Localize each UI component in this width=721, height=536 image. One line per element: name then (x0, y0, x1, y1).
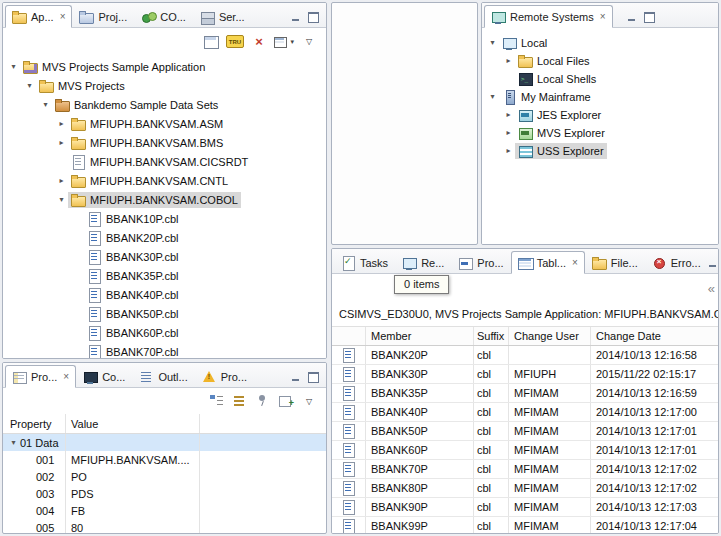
chevron-collapsed-icon[interactable]: ▸ (502, 111, 515, 119)
tab-ap[interactable]: Ap...× (5, 5, 72, 28)
chevron-expanded-icon[interactable]: ▾ (486, 93, 499, 101)
tree-item-jes-explorer[interactable]: ▸JES Explorer (482, 106, 718, 124)
cbl-file-icon (341, 443, 356, 457)
delete-icon[interactable]: × (251, 34, 267, 50)
property-row-003[interactable]: 003PDS (3, 485, 326, 502)
chevron-expanded-icon[interactable]: ▾ (39, 101, 52, 109)
table-row-bbank20p[interactable]: BBANK20Pcbl2014/10/13 12:16:58 (332, 346, 718, 365)
change-user-column-header[interactable]: Change User (509, 327, 591, 345)
chevron-expanded-icon[interactable]: ▾ (23, 82, 36, 90)
chevron-collapsed-icon[interactable]: ▸ (55, 139, 68, 147)
chevron-collapsed-icon[interactable]: ▸ (502, 57, 515, 65)
table-row-bbank35p[interactable]: BBANK35PcblMFIMAM2014/10/13 12:16:59 (332, 384, 718, 403)
toolbar-overflow-icon[interactable]: « (708, 281, 715, 296)
table-row-bbank80p[interactable]: BBANK80PcblMFIMAM2014/10/13 12:17:02 (332, 479, 718, 498)
table-row-bbank99p[interactable]: BBANK99PcblMFIMAM2014/10/13 12:17:04 (332, 517, 718, 534)
tab-proj[interactable]: Proj... (72, 6, 134, 27)
close-icon[interactable]: × (572, 258, 578, 268)
tab-co[interactable]: CO... (134, 6, 193, 27)
tree-item-bbank40p-cbl[interactable]: BBANK40P.cbl (3, 285, 326, 304)
tab-co[interactable]: Co... (76, 366, 132, 387)
tab-ser[interactable]: Ser... (193, 6, 252, 27)
chevron-collapsed-icon[interactable]: ▸ (502, 147, 515, 155)
maximize-icon[interactable] (308, 12, 319, 22)
tree-item-uss-explorer[interactable]: ▸USS Explorer (482, 142, 718, 160)
property-row-005[interactable]: 00580 (3, 519, 326, 534)
close-icon[interactable]: × (63, 372, 69, 382)
tab-tabl[interactable]: Tabl...× (511, 251, 585, 274)
new-property-icon[interactable] (278, 393, 294, 409)
table-row-bbank70p[interactable]: BBANK70PcblMFIMAM2014/10/13 12:17:02 (332, 460, 718, 479)
maximize-icon[interactable] (644, 12, 655, 22)
property-column-header[interactable]: Property (3, 414, 65, 433)
tree-item-bbank35p-cbl[interactable]: BBANK35P.cbl (3, 266, 326, 285)
property-row-01-data[interactable]: ▾01 Data (3, 434, 326, 451)
tree-item-mfiuph-bankvsam-asm[interactable]: ▸MFIUPH.BANKVSAM.ASM (3, 114, 326, 133)
minimize-icon[interactable] (291, 372, 302, 382)
minimize-icon[interactable] (291, 12, 302, 22)
maximize-icon[interactable] (308, 372, 319, 382)
tab-pro[interactable]: Pro... (195, 366, 254, 387)
table-row-bbank30p[interactable]: BBANK30PcblMFIUPH2015/11/22 02:15:17 (332, 365, 718, 384)
minimize-icon[interactable] (708, 258, 719, 268)
tree-item-mfiuph-bankvsam-bms[interactable]: ▸MFIUPH.BANKVSAM.BMS (3, 133, 326, 152)
tab-erro[interactable]: Erro... (645, 252, 708, 273)
table-row-bbank40p[interactable]: BBANK40PcblMFIMAM2014/10/13 12:17:00 (332, 403, 718, 422)
chevron-collapsed-icon[interactable]: ▸ (55, 177, 68, 185)
tree-item-my-mainframe[interactable]: ▾My Mainframe (482, 88, 718, 106)
tree-item-local-files[interactable]: ▸Local Files (482, 52, 718, 70)
value-column-header[interactable]: Value (65, 414, 199, 433)
tree-item-bbank30p-cbl[interactable]: BBANK30P.cbl (3, 247, 326, 266)
tree-item-mfiuph-bankvsam-cobol[interactable]: ▾MFIUPH.BANKVSAM.COBOL (3, 190, 326, 209)
tab-outl[interactable]: Outl... (132, 366, 194, 387)
tab-remote-systems[interactable]: Remote Systems× (484, 5, 613, 28)
close-icon[interactable]: × (60, 12, 66, 22)
eclipse-workbench: Ap...×Proj...CO...Ser... TRU×▾▽ ▾MVS Pro… (0, 0, 721, 536)
tree-item-local-shells[interactable]: Local Shells (482, 70, 718, 88)
property-row-004[interactable]: 004FB (3, 502, 326, 519)
icon-column-header[interactable] (332, 327, 366, 345)
view-menu-icon[interactable]: ▽ (301, 34, 317, 50)
tab-tasks[interactable]: Tasks (334, 252, 395, 273)
show-categories-icon[interactable] (209, 393, 225, 409)
new-view-icon[interactable] (203, 34, 219, 50)
tree-item-mvs-projects-sample-application[interactable]: ▾MVS Projects Sample Application (3, 57, 326, 76)
chevron-expanded-icon[interactable]: ▾ (7, 63, 20, 71)
tree-item-bbank70p-cbl[interactable]: BBANK70P.cbl (3, 342, 326, 358)
table-row-bbank90p[interactable]: BBANK90PcblMFIMAM2014/10/13 12:17:03 (332, 498, 718, 517)
tru-badge-icon[interactable]: TRU (226, 35, 244, 48)
tree-item-bbank10p-cbl[interactable]: BBANK10P.cbl (3, 209, 326, 228)
chevron-expanded-icon[interactable]: ▾ (55, 196, 68, 204)
pin-view-icon[interactable] (255, 393, 271, 409)
tab-re[interactable]: Re... (395, 252, 451, 273)
show-advanced-icon[interactable] (232, 393, 248, 409)
property-row-002[interactable]: 002PO (3, 468, 326, 485)
tree-item-bbank60p-cbl[interactable]: BBANK60P.cbl (3, 323, 326, 342)
tree-item-mfiuph-bankvsam-cntl[interactable]: ▸MFIUPH.BANKVSAM.CNTL (3, 171, 326, 190)
suffix-column-header[interactable]: Suffix (474, 327, 509, 345)
table-view-icon[interactable]: ▾ (274, 34, 294, 50)
member-column-header[interactable]: Member (366, 327, 474, 345)
tab-file[interactable]: File... (585, 252, 645, 273)
tab-pro[interactable]: Pro... (451, 252, 510, 273)
tree-item-bbank50p-cbl[interactable]: BBANK50P.cbl (3, 304, 326, 323)
view-menu-icon[interactable]: ▽ (301, 393, 317, 409)
tree-item-mfiuph-bankvsam-cicsrdt[interactable]: MFIUPH.BANKVSAM.CICSRDT (3, 152, 326, 171)
dataset-icon (71, 136, 86, 150)
tab-pro[interactable]: Pro...× (5, 365, 76, 388)
table-row-bbank60p[interactable]: BBANK60PcblMFIMAM2014/10/13 12:17:01 (332, 441, 718, 460)
minimize-icon[interactable] (627, 12, 638, 22)
tree-item-mvs-projects[interactable]: ▾MVS Projects (3, 76, 326, 95)
chevron-expanded-icon[interactable]: ▾ (486, 39, 499, 47)
table-row-bbank50p[interactable]: BBANK50PcblMFIMAM2014/10/13 12:17:01 (332, 422, 718, 441)
chevron-expanded-icon[interactable]: ▾ (7, 439, 20, 447)
property-row-001[interactable]: 001MFIUPH.BANKVSAM.... (3, 451, 326, 468)
tree-item-bbank20p-cbl[interactable]: BBANK20P.cbl (3, 228, 326, 247)
tree-item-local[interactable]: ▾Local (482, 34, 718, 52)
chevron-collapsed-icon[interactable]: ▸ (55, 120, 68, 128)
chevron-collapsed-icon[interactable]: ▸ (502, 129, 515, 137)
close-icon[interactable]: × (600, 12, 606, 22)
change-date-column-header[interactable]: Change Date (591, 327, 718, 345)
tree-item-bankdemo-sample-data-sets[interactable]: ▾Bankdemo Sample Data Sets (3, 95, 326, 114)
tree-item-mvs-explorer[interactable]: ▸MVS Explorer (482, 124, 718, 142)
